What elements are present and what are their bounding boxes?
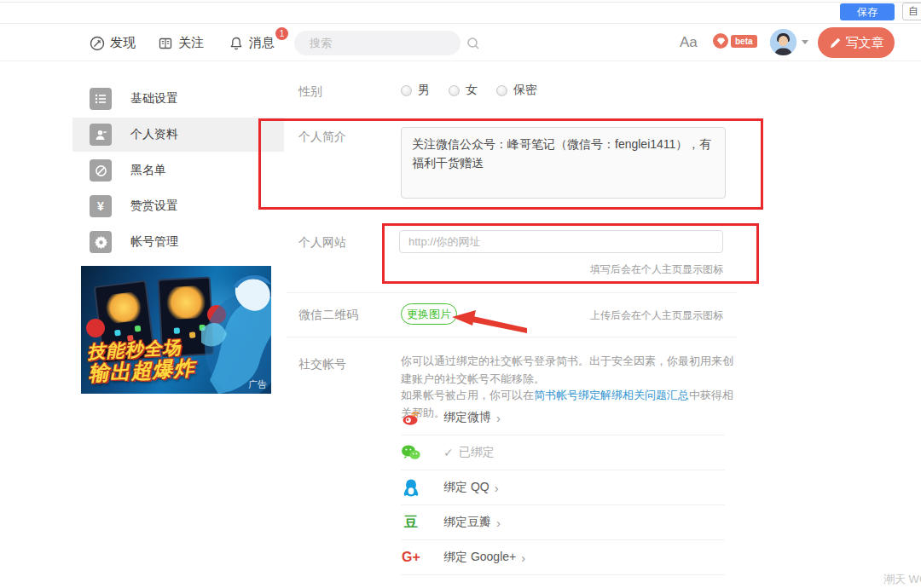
chevron-right-icon: › — [496, 411, 501, 425]
chevron-down-icon — [802, 40, 808, 44]
gender-radio-group: 男 女 保密 — [401, 83, 537, 98]
sidebar-item-label: 黑名单 — [130, 163, 166, 178]
chevron-right-icon: › — [521, 551, 525, 565]
nav-discover[interactable]: 发现 — [90, 25, 136, 61]
nav-messages-label: 消息 1 — [249, 35, 275, 51]
sidebar-item-account-management[interactable]: 帐号管理 — [81, 224, 273, 260]
avatar[interactable] — [770, 29, 796, 55]
website-input[interactable] — [399, 230, 723, 253]
nav-follow-label: 关注 — [178, 35, 204, 51]
bind-douban-row[interactable]: 豆 绑定豆瓣 › — [401, 505, 725, 540]
google-plus-icon: G+ — [401, 547, 421, 568]
gender-option-male[interactable]: 男 — [401, 83, 430, 98]
sidebar-item-label: 帐号管理 — [130, 234, 178, 250]
qq-icon — [401, 477, 421, 498]
search-box[interactable] — [294, 31, 460, 55]
bind-weibo-row[interactable]: 绑定微博 › — [401, 401, 725, 435]
jianshu-settings-page: 保存 自 发现 关注 消息 1 — [0, 0, 921, 588]
ad-slogan: 技能秒全场 输出超爆炸 — [87, 336, 195, 384]
ad-character — [184, 269, 271, 394]
bind-douban-label: 绑定豆瓣 › — [443, 515, 501, 530]
compass-icon — [90, 36, 105, 51]
message-count-badge: 1 — [275, 27, 288, 40]
ad-tag: 广告 — [248, 378, 267, 391]
reward-icon: ¥ — [90, 195, 112, 217]
bio-textarea[interactable]: 关注微信公众号：峰哥笔记（微信号：fenglei1411），有福利干货赠送 — [401, 127, 726, 199]
bell-icon — [229, 36, 244, 51]
ad-banner[interactable]: 技能秒全场 输出超爆炸 广告 — [81, 266, 271, 394]
website-label: 个人网站 — [298, 235, 346, 251]
bind-google-plus-label: 绑定 Google+ › — [443, 550, 525, 565]
check-icon: ✓ — [443, 446, 454, 459]
bind-qq-row[interactable]: 绑定 QQ › — [401, 470, 725, 505]
top-strip — [0, 2, 921, 24]
sidebar-item-label: 个人资料 — [130, 127, 178, 142]
bio-label: 个人简介 — [298, 130, 346, 145]
bind-google-plus-row[interactable]: G+ 绑定 Google+ › — [401, 540, 725, 575]
divider — [287, 337, 738, 337]
settings-sidebar: 基础设置 个人资料 黑名单 ¥ — [81, 81, 273, 260]
partial-edge-button[interactable]: 自 — [902, 3, 921, 20]
douban-icon: 豆 — [401, 512, 421, 533]
list-icon — [90, 88, 112, 110]
wechat-icon — [401, 442, 421, 463]
gender-label: 性别 — [298, 84, 322, 100]
nav-messages[interactable]: 消息 1 — [229, 25, 275, 61]
social-account-list: 绑定微博 › ✓ 已绑定 — [401, 401, 725, 575]
binding-help-link[interactable]: 简书帐号绑定解绑相关问题汇总 — [534, 389, 689, 401]
user-menu[interactable] — [770, 29, 808, 55]
font-mode-toggle[interactable]: Aa — [680, 34, 698, 51]
website-hint: 填写后会在个人主页显示图标 — [401, 262, 723, 277]
nav-follow[interactable]: 关注 — [158, 25, 204, 61]
radio-icon[interactable] — [496, 85, 507, 96]
gender-option-female[interactable]: 女 — [449, 83, 478, 98]
search-input[interactable] — [294, 37, 466, 49]
search-icon[interactable] — [466, 37, 480, 50]
beta-badge[interactable]: beta — [713, 33, 757, 49]
watermark-text: 潮天 WG — [883, 572, 921, 587]
write-article-button[interactable]: 写文章 — [818, 27, 895, 58]
beta-label: beta — [731, 35, 757, 48]
block-icon — [90, 159, 112, 182]
gem-icon — [713, 33, 728, 49]
navbar: 发现 关注 消息 1 — [0, 25, 921, 61]
qrcode-hint: 上传后会在个人主页显示图标 — [401, 308, 723, 323]
social-label: 社交帐号 — [298, 357, 346, 372]
sidebar-item-basic-settings[interactable]: 基础设置 — [81, 81, 273, 117]
sidebar-item-label: 赞赏设置 — [130, 199, 178, 214]
bind-weibo-label: 绑定微博 › — [443, 410, 501, 425]
chevron-right-icon: › — [495, 481, 499, 495]
social-description: 你可以通过绑定的社交帐号登录简书。出于安全因素，你最初用来创建账户的社交帐号不能… — [401, 352, 735, 389]
red-arrow-annotation — [450, 308, 529, 335]
qrcode-label: 微信二维码 — [298, 308, 358, 323]
book-icon — [158, 36, 173, 51]
sidebar-item-label: 基础设置 — [130, 91, 178, 107]
sidebar-item-reward-settings[interactable]: ¥ 赞赏设置 — [81, 188, 273, 224]
sidebar-item-profile[interactable]: 个人资料 — [81, 117, 273, 153]
bind-qq-label: 绑定 QQ › — [443, 480, 499, 495]
nav-discover-label: 发现 — [110, 35, 136, 51]
weibo-icon — [401, 407, 421, 428]
chevron-right-icon: › — [496, 516, 501, 530]
wechat-bound-label: ✓ 已绑定 — [443, 445, 495, 460]
gender-option-secret[interactable]: 保密 — [496, 83, 537, 98]
profile-icon — [90, 124, 112, 146]
save-button[interactable]: 保存 — [840, 3, 895, 20]
radio-icon[interactable] — [449, 85, 460, 96]
radio-icon[interactable] — [401, 85, 412, 96]
pen-icon — [829, 37, 842, 49]
ad-badge-left — [86, 319, 105, 337]
divider — [287, 292, 738, 293]
wechat-bound-row[interactable]: ✓ 已绑定 — [401, 435, 725, 470]
write-article-label: 写文章 — [846, 35, 884, 51]
gear-icon — [90, 231, 112, 253]
sidebar-item-blacklist[interactable]: 黑名单 — [81, 153, 273, 188]
